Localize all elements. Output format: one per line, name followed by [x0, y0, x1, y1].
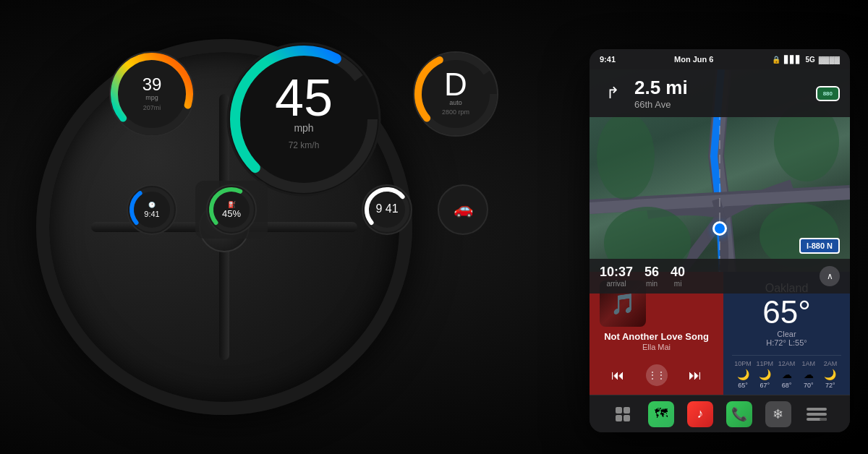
- signal-bars: ▋▋▋: [784, 56, 801, 64]
- weather-hour-2: 12AM ☁ 68°: [775, 360, 797, 389]
- svg-point-36: [597, 113, 655, 200]
- svg-text:207mi: 207mi: [143, 104, 161, 111]
- fan-icon: ❄: [773, 406, 783, 422]
- weather-high: H:72°: [766, 338, 786, 347]
- drive-mode-gauge: 🚗: [434, 181, 492, 239]
- music-icon: ♪: [697, 406, 704, 421]
- carplay-panel: 9:41 Mon Jun 6 🔒 ▋▋▋ 5G ▓▓▓▓: [590, 49, 850, 432]
- svg-rect-42: [807, 408, 827, 411]
- nav-info: 2.5 mi 66th Ave: [634, 77, 807, 110]
- svg-text:72 km/h: 72 km/h: [289, 140, 320, 150]
- time-display: 9 41: [354, 181, 420, 239]
- speedometer: 45 mph 72 km/h: [221, 36, 387, 202]
- maps-icon: 🗺: [655, 406, 668, 421]
- status-date: Mon Jun 6: [674, 55, 713, 64]
- svg-text:mph: mph: [294, 122, 313, 134]
- dashboard-cluster: 39 mpg 207mi 45 mph 72 km/h: [94, 36, 514, 253]
- svg-rect-45: [820, 418, 827, 421]
- clock-gauge: 🕐 9:41: [123, 181, 181, 239]
- carplay-dock[interactable]: 🗺 ♪ 📞 ❄: [590, 395, 850, 432]
- dock-fan-button[interactable]: ❄: [765, 401, 791, 427]
- nav-bottom-bar[interactable]: 10:37 arrival 56 min 40 mi ∧: [590, 259, 850, 294]
- svg-text:D: D: [444, 67, 467, 102]
- weather-hour-1: 11PM 🌙 67°: [754, 360, 775, 389]
- nav-header: ↱ 2.5 mi 66th Ave 880: [590, 69, 850, 117]
- nav-distance: 2.5 mi: [634, 77, 807, 99]
- eta-min-label: min: [644, 280, 659, 288]
- dock-music-button[interactable]: ♪: [687, 401, 713, 427]
- svg-text:mpg: mpg: [145, 94, 158, 101]
- weather-hour-0: 10PM 🌙 65°: [732, 360, 754, 389]
- weather-temp: 65°: [732, 295, 841, 330]
- weather-hour-4: 2AM 🌙 72°: [820, 360, 841, 389]
- weather-hour-3: 1AM ☁ 70°: [798, 360, 820, 389]
- interstate-badge: I-880 N: [799, 238, 840, 254]
- weather-hourly: 10PM 🌙 65° 11PM 🌙 67° 12AM ☁ 68° 1AM ☁ 7…: [732, 355, 841, 389]
- dock-phone-button[interactable]: 📞: [726, 401, 752, 427]
- svg-rect-41: [624, 415, 630, 421]
- svg-rect-38: [616, 407, 622, 414]
- eta-time-value: 10:37: [600, 265, 633, 280]
- turn-arrow: ↱: [600, 80, 626, 106]
- svg-rect-40: [616, 415, 622, 421]
- dock-home-button[interactable]: [610, 401, 636, 427]
- svg-rect-39: [624, 407, 630, 414]
- svg-text:45%: 45%: [222, 208, 241, 219]
- battery-icon: ▓▓▓▓: [819, 56, 840, 64]
- weather-low: L:55°: [788, 338, 807, 347]
- weather-hilo: H:72° L:55°: [732, 338, 841, 347]
- weather-condition: Clear: [732, 330, 841, 338]
- status-bar: 9:41 Mon Jun 6 🔒 ▋▋▋ 5G ▓▓▓▓: [590, 49, 850, 69]
- music-title: Not Another Love Song: [590, 331, 723, 342]
- freeway-badge: 880: [816, 86, 840, 101]
- svg-text:auto: auto: [449, 99, 462, 106]
- phone-icon: 📞: [731, 406, 747, 422]
- mpg-gauge: 39 mpg 207mi: [101, 43, 203, 145]
- map-view[interactable]: ↱ 2.5 mi 66th Ave 880 I-880 N 10:37 arri…: [590, 69, 850, 294]
- fuel-gauge: ⛽ 45%: [195, 181, 268, 239]
- eta-min-value: 56: [644, 265, 659, 280]
- eta-arrival: 10:37 arrival: [600, 265, 633, 288]
- eta-mi-value: 40: [671, 265, 685, 280]
- eta-info: 10:37 arrival 56 min 40 mi: [600, 265, 685, 288]
- eta-min: 56 min: [644, 265, 659, 288]
- next-button[interactable]: ⏭: [689, 368, 702, 383]
- music-info: Not Another Love Song Ella Mai: [590, 331, 723, 351]
- svg-rect-43: [807, 413, 827, 416]
- status-time: 9:41: [600, 55, 616, 64]
- svg-text:45: 45: [275, 69, 333, 127]
- prev-button[interactable]: ⏮: [611, 368, 624, 383]
- eta-time-label: arrival: [600, 280, 633, 288]
- eta-mi-label: mi: [671, 280, 685, 288]
- eta-distance: 40 mi: [671, 265, 685, 288]
- svg-text:9 41: 9 41: [375, 202, 398, 215]
- music-controls[interactable]: ⏮ ⋮⋮ ⏭: [590, 364, 723, 386]
- svg-text:39: 39: [142, 74, 162, 94]
- dock-maps-button[interactable]: 🗺: [648, 401, 674, 427]
- music-artist: Ella Mai: [590, 343, 723, 351]
- nav-expand-button[interactable]: ∧: [820, 266, 840, 286]
- nav-street: 66th Ave: [634, 99, 807, 110]
- status-right-icons: 🔒 ▋▋▋ 5G ▓▓▓▓: [772, 56, 840, 64]
- gear-gauge: D auto 2800 rpm: [405, 43, 506, 145]
- svg-text:🕐: 🕐: [148, 201, 156, 208]
- svg-text:9:41: 9:41: [144, 210, 159, 218]
- svg-text:🚗: 🚗: [454, 199, 474, 218]
- dock-more-button[interactable]: [804, 401, 830, 427]
- location-marker: [712, 221, 727, 236]
- lock-icon: 🔒: [772, 56, 780, 64]
- signal-label: 5G: [805, 56, 814, 64]
- grid-button[interactable]: ⋮⋮: [646, 364, 668, 386]
- svg-text:2800 rpm: 2800 rpm: [442, 108, 469, 116]
